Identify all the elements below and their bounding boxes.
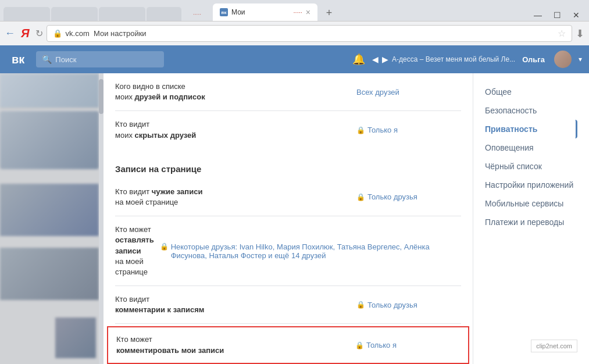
play-button[interactable]: ▶ <box>382 55 388 64</box>
scrollbar[interactable] <box>99 73 103 364</box>
prev-track-button[interactable]: ◀ <box>372 55 379 64</box>
vk-logo[interactable]: вк <box>7 51 29 69</box>
media-player: ◀ ▶ А-десса – Везет меня мой белый Ле... <box>372 55 515 64</box>
active-tab[interactable]: вк Мои ····· × <box>213 3 317 21</box>
browser-tab-bar: ····· вк Мои ····· × + — ☐ ✕ <box>0 0 589 21</box>
sidebar-item-notifications[interactable]: Оповещения <box>485 138 577 157</box>
friends-list-value[interactable]: Всех друзей <box>356 88 461 97</box>
others-posts-value-text: Только друзья <box>367 192 417 201</box>
lock-icon-comment-my-posts: 🔒 <box>355 341 364 349</box>
download-button[interactable]: ⬇ <box>576 27 584 40</box>
profile-photo-3 <box>0 184 99 236</box>
url-text: vk.com Мои настройки <box>66 29 147 38</box>
sidebar-item-privacy[interactable]: Приватность <box>485 120 577 138</box>
new-tab-button[interactable]: + <box>321 5 337 21</box>
posts-section-title: Записи на странице <box>115 155 461 179</box>
sidebar-item-mobile[interactable]: Мобильные сервисы <box>485 194 577 213</box>
write-posts-value-text: Некоторые друзья: Ivan Hilko, Мария Похи… <box>171 242 461 260</box>
page-body: Кого видно в спискемоих друзей и подписо… <box>0 73 589 364</box>
profile-photo-5 <box>55 317 96 358</box>
profile-photo-4 <box>0 248 99 300</box>
comments-visibility-row: Кто видиткомментарии к записям 🔒 Только … <box>115 286 461 324</box>
vk-favicon: вк <box>220 8 228 16</box>
can-comment-my-posts-value-text: Только я <box>366 341 397 349</box>
sidebar-item-security[interactable]: Безопасность <box>485 101 577 120</box>
search-placeholder: Поиск <box>55 55 76 64</box>
write-posts-value[interactable]: 🔒 Некоторые друзья: Ivan Hilko, Мария По… <box>160 242 461 260</box>
profile-photo-1 <box>0 73 99 108</box>
lock-icon-comments: 🔒 <box>356 301 365 309</box>
tab-ellipsis: ····· <box>193 11 201 17</box>
sidebar-item-general[interactable]: Общее <box>485 83 577 101</box>
lock-icon-hidden-friends: 🔒 <box>356 126 365 134</box>
sidebar-item-apps[interactable]: Настройки приложений <box>485 176 577 194</box>
browser-nav-bar: ← Я ↻ 🔒 vk.com Мои настройки ☆ ⬇ <box>0 21 589 45</box>
window-controls: — ☐ ✕ <box>528 9 586 21</box>
write-posts-label: Кто может оставлять записина моей страни… <box>115 224 154 277</box>
lock-icon-others-posts: 🔒 <box>356 193 365 201</box>
profile-photo-2 <box>0 111 99 169</box>
url-bar[interactable]: 🔒 vk.com Мои настройки ☆ <box>47 25 572 42</box>
friends-section: Кого видно в спискемоих друзей и подписо… <box>115 73 461 149</box>
friends-list-label: Кого видно в спискемоих друзей и подписо… <box>115 81 351 102</box>
comments-visibility-value-text: Только друзья <box>367 301 417 309</box>
minimize-button[interactable]: — <box>528 9 548 21</box>
search-icon: 🔍 <box>42 55 52 64</box>
can-comment-my-posts-row: Кто можеткомментировать мои записи 🔒 Тол… <box>107 326 469 363</box>
comments-visibility-label: Кто видиткомментарии к записям <box>115 294 351 315</box>
tab-title: Мои <box>231 8 290 16</box>
settings-right-sidebar: Общее Безопасность Приватность Оповещени… <box>473 73 589 364</box>
username-label[interactable]: Ольга <box>522 55 545 64</box>
bookmark-star-icon[interactable]: ☆ <box>558 28 566 39</box>
user-dropdown-icon[interactable]: ▾ <box>579 55 582 63</box>
hidden-friends-value[interactable]: 🔒 Только я <box>356 126 461 134</box>
others-posts-label: Кто видит чужие записина моей странице <box>115 187 351 208</box>
comments-visibility-value[interactable]: 🔒 Только друзья <box>356 301 461 309</box>
refresh-button[interactable]: ↻ <box>35 28 43 39</box>
lock-icon-write-posts: 🔒 <box>160 242 169 251</box>
hidden-friends-visibility-row: Кто видитмоих скрытых друзей 🔒 Только я <box>115 111 461 148</box>
left-profile-sidebar <box>0 73 99 364</box>
others-posts-value[interactable]: 🔒 Только друзья <box>356 192 461 201</box>
can-comment-my-posts-value[interactable]: 🔒 Только я <box>355 341 460 349</box>
settings-main-content: Кого видно в спискемоих друзей и подписо… <box>103 73 473 364</box>
hidden-friends-label: Кто видитмоих скрытых друзей <box>115 119 351 140</box>
track-title: А-десса – Везет меня мой белый Ле... <box>392 55 515 63</box>
can-comment-my-posts-label: Кто можеткомментировать мои записи <box>116 334 349 355</box>
user-avatar[interactable] <box>554 51 572 68</box>
hidden-friends-value-text: Только я <box>367 126 398 134</box>
vk-header: вк 🔍 Поиск 🔔 ◀ ▶ А-десса – Везет меня мо… <box>0 45 589 73</box>
vk-search-bar[interactable]: 🔍 Поиск <box>36 51 164 67</box>
scrollbar-thumb[interactable] <box>99 79 103 114</box>
friends-list-value-text: Всех друзей <box>356 88 399 97</box>
notification-bell-icon[interactable]: 🔔 <box>352 53 365 66</box>
sidebar-item-blacklist[interactable]: Чёрный список <box>485 157 577 176</box>
tab-close-button[interactable]: × <box>306 8 310 17</box>
back-button[interactable]: ← <box>5 27 15 40</box>
others-posts-visibility-row: Кто видит чужие записина моей странице 🔒… <box>115 179 461 216</box>
yandex-logo: Я <box>19 27 32 40</box>
clip2net-watermark: clip2net.com <box>531 340 577 352</box>
friends-list-visibility-row: Кого видно в спискемоих друзей и подписо… <box>115 73 461 111</box>
write-posts-permission-row: Кто может оставлять записина моей страни… <box>115 216 461 286</box>
close-window-button[interactable]: ✕ <box>567 9 586 21</box>
sidebar-item-payments[interactable]: Платежи и переводы <box>485 213 577 231</box>
posts-section: Записи на странице Кто видит чужие запис… <box>115 155 461 364</box>
lock-icon: 🔒 <box>53 29 62 38</box>
restore-button[interactable]: ☐ <box>548 9 567 21</box>
